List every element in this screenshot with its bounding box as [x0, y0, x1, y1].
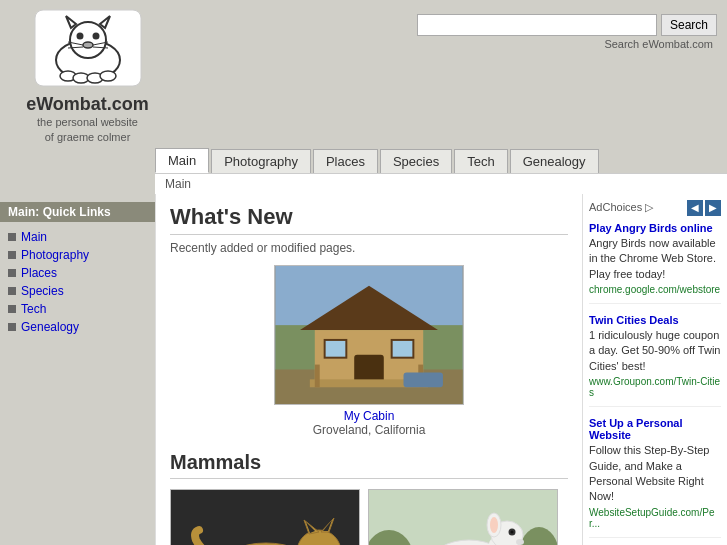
nav-tabs: Main Photography Places Species Tech Gen… [0, 148, 727, 173]
tab-main[interactable]: Main [155, 148, 209, 173]
ad-title-3[interactable]: Set Up a Personal Website [589, 417, 721, 441]
bullet-icon [8, 323, 16, 331]
ad-body-3: Follow this Step-By-Step Guide, and Make… [589, 443, 721, 505]
page-title: What's New [170, 204, 568, 235]
cabin-caption: Groveland, California [313, 423, 426, 437]
logo-area: eWombat.com the personal website of grae… [10, 8, 165, 146]
main-area: Main: Quick Links Main Photography Place… [0, 194, 727, 545]
mammal-image-2 [368, 489, 558, 545]
ad-prev-button[interactable]: ◀ [687, 200, 703, 216]
svg-rect-22 [325, 340, 347, 358]
cabin-link[interactable]: My Cabin [344, 409, 395, 423]
site-title: eWombat.com [26, 94, 149, 115]
search-input[interactable] [417, 14, 657, 36]
search-bar: Search [417, 14, 717, 36]
tab-genealogy[interactable]: Genealogy [510, 149, 599, 173]
svg-point-65 [511, 530, 514, 533]
content-subtitle: Recently added or modified pages. [170, 241, 568, 255]
logo-icon [33, 8, 143, 88]
sidebar-item-species[interactable]: Species [0, 282, 155, 300]
svg-rect-25 [315, 364, 320, 387]
ad-choices-label: AdChoices ▷ [589, 201, 653, 214]
ad-block-1: Play Angry Birds online Angry Birds now … [589, 222, 721, 304]
tab-species[interactable]: Species [380, 149, 452, 173]
ad-url-3: WebsiteSetupGuide.com/Per... [589, 507, 721, 529]
mammals-heading: Mammals [170, 451, 568, 479]
bullet-icon [8, 305, 16, 313]
svg-point-63 [490, 517, 498, 533]
sidebar-title: Main: Quick Links [0, 202, 155, 222]
bullet-icon [8, 287, 16, 295]
ad-title-2[interactable]: Twin Cities Deals [589, 314, 721, 326]
ad-title-1[interactable]: Play Angry Birds online [589, 222, 721, 234]
mammals-row [170, 489, 568, 545]
svg-point-15 [100, 71, 116, 81]
svg-rect-27 [404, 372, 443, 387]
ad-nav-buttons: ◀ ▶ [687, 200, 721, 216]
search-label: Search eWombat.com [161, 38, 713, 50]
ad-body-2: 1 ridiculously huge coupon a day. Get 50… [589, 328, 721, 374]
svg-rect-23 [392, 340, 414, 358]
tab-photography[interactable]: Photography [211, 149, 311, 173]
sidebar: Main: Quick Links Main Photography Place… [0, 194, 155, 545]
ad-url-2: www.Groupon.com/Twin-Cities [589, 376, 721, 398]
ad-body-1: Angry Birds now available in the Chrome … [589, 236, 721, 282]
header-right: Search Search eWombat.com [165, 8, 717, 50]
sidebar-item-photography[interactable]: Photography [0, 246, 155, 264]
cabin-image [274, 265, 464, 405]
ad-url-1: chrome.google.com/webstore [589, 284, 721, 295]
svg-point-7 [93, 34, 98, 39]
ad-sidebar: AdChoices ▷ ◀ ▶ Play Angry Birds online … [582, 194, 727, 545]
cabin-block: My Cabin Groveland, California [170, 265, 568, 437]
sidebar-item-tech[interactable]: Tech [0, 300, 155, 318]
mammal-image-1 [170, 489, 360, 545]
tab-places[interactable]: Places [313, 149, 378, 173]
sidebar-item-places[interactable]: Places [0, 264, 155, 282]
tab-tech[interactable]: Tech [454, 149, 507, 173]
sidebar-item-main[interactable]: Main [0, 228, 155, 246]
ad-choices-bar: AdChoices ▷ ◀ ▶ [589, 200, 721, 216]
svg-point-6 [77, 34, 82, 39]
svg-point-2 [70, 22, 106, 58]
ad-block-3: Set Up a Personal Website Follow this St… [589, 417, 721, 538]
ad-block-2: Twin Cities Deals 1 ridiculously huge co… [589, 314, 721, 407]
svg-point-5 [83, 42, 93, 48]
search-button[interactable]: Search [661, 14, 717, 36]
content: What's New Recently added or modified pa… [155, 194, 582, 545]
bullet-icon [8, 233, 16, 241]
site-subtitle: the personal website of graeme colmer [37, 115, 138, 146]
ad-next-button[interactable]: ▶ [705, 200, 721, 216]
sidebar-item-genealogy[interactable]: Genealogy [0, 318, 155, 336]
bullet-icon [8, 251, 16, 259]
breadcrumb: Main [155, 173, 727, 194]
bullet-icon [8, 269, 16, 277]
svg-point-66 [516, 539, 524, 545]
